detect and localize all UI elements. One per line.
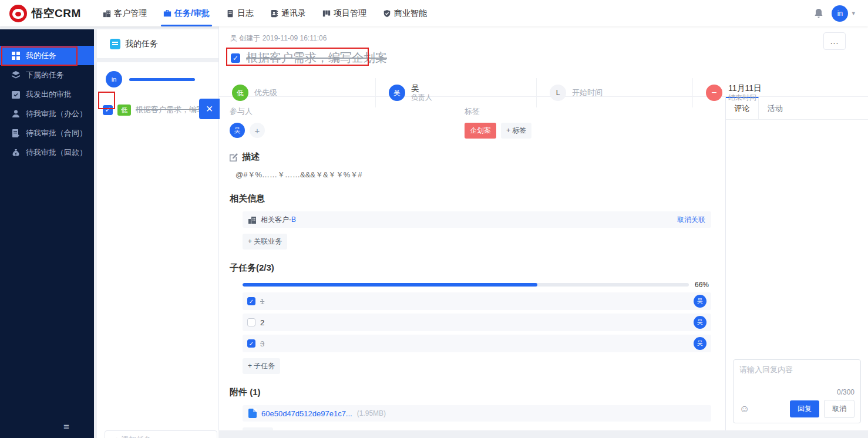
nav-item-label: 日志	[237, 8, 254, 19]
comments-panel: 评论 活动 0/300 ☺ 回复 取消	[725, 97, 868, 430]
sidebar-item-pending-office[interactable]: 待我审批（办公）	[0, 104, 94, 123]
nav-item-contacts[interactable]: 通讯录	[262, 0, 314, 26]
priority-field[interactable]: 低 优先级	[219, 78, 375, 107]
drag-indicator	[129, 78, 195, 81]
task-list-icon	[110, 39, 120, 49]
nav-item-bi[interactable]: 商业智能	[375, 0, 435, 26]
subtask-row[interactable]: ✓ 3 吴	[243, 335, 711, 352]
edit-icon[interactable]	[230, 153, 238, 161]
subtask-row[interactable]: ✓ 1 吴	[243, 292, 711, 310]
detail-lower: 参与人 吴 + 标签 企划案 + 标签	[219, 97, 868, 430]
related-customer-row[interactable]: 相关客户-B 取消关联	[243, 211, 711, 228]
attachment-row[interactable]: 60e50d47d512de97e1c7... (1.95MB)	[243, 405, 711, 422]
nav-menu: 客户管理 任务/审批 日志 通讯录 项目管理 商业智能	[95, 0, 435, 26]
collapse-sidebar-icon[interactable]: ≡	[63, 422, 68, 433]
close-detail-button[interactable]: ×	[199, 99, 220, 119]
list-avatar[interactable]: in	[106, 71, 122, 87]
related-customer-link[interactable]: B	[291, 215, 296, 224]
progress-track	[243, 283, 689, 287]
add-task-button[interactable]: + 添加任务	[105, 430, 217, 438]
subtask-checkbox[interactable]	[247, 318, 255, 326]
subtask-avatar[interactable]: 吴	[694, 295, 706, 308]
sidebar-item-pending-contract[interactable]: 待我审批（合同）	[0, 123, 94, 143]
attachments-header: 附件 (1)	[230, 387, 715, 398]
subtask-avatar[interactable]: 吴	[694, 337, 706, 350]
logo-text: 悟空CRM	[32, 6, 81, 21]
description-header: 描述	[230, 151, 715, 163]
cancel-button[interactable]: 取消	[824, 400, 854, 418]
building-icon	[248, 216, 256, 224]
app-logo[interactable]: 悟空CRM	[9, 5, 95, 22]
tag-item[interactable]: 企划案	[465, 123, 496, 139]
user-avatar[interactable]: in	[832, 5, 848, 22]
participant-avatar[interactable]: 吴	[230, 123, 245, 138]
start-time-field[interactable]: L 开始时间	[536, 78, 692, 107]
participants-tags-row: 参与人 吴 + 标签 企划案 + 标签	[230, 106, 715, 139]
reply-actions: ☺ 回复 取消	[739, 400, 854, 418]
tags-label: 标签	[465, 106, 531, 117]
sidebar-item-my-tasks[interactable]: 我的任务	[0, 46, 94, 65]
task-checkbox[interactable]: ✓	[103, 105, 113, 115]
nav-item-projects[interactable]: 项目管理	[314, 0, 375, 26]
owner-label: 负责人	[411, 93, 432, 102]
attachment-name[interactable]: 60e50d47d512de97e1c7...	[261, 409, 352, 418]
attachment-size: (1.95MB)	[357, 409, 386, 417]
task-list-panel: 我的任务 in ✓ 低 根据客户需求，编写企 + 添加任务	[97, 29, 218, 438]
subtask-checkbox[interactable]: ✓	[247, 339, 255, 348]
more-actions-button[interactable]: ...	[823, 32, 846, 50]
meta-row: 低 优先级 吴 吴 负责人 L 开始时间 − 11月11日 结束时间	[219, 78, 868, 107]
owner-name: 吴	[411, 83, 432, 94]
notification-bell-icon[interactable]	[814, 8, 823, 19]
detail-title[interactable]: 根据客户需求，编写企划案	[246, 50, 387, 66]
nav-item-label: 通讯录	[281, 8, 306, 19]
layers-icon	[12, 71, 20, 79]
customers-icon	[103, 9, 111, 18]
add-participant-button[interactable]: +	[250, 123, 265, 138]
sidebar-item-my-approvals[interactable]: 我发出的审批	[0, 85, 94, 104]
sidebar-item-pending-payment[interactable]: 待我审批（回款）	[0, 143, 94, 162]
reply-input[interactable]	[739, 365, 854, 385]
end-date: 11月11日	[728, 83, 762, 94]
subtask-avatar[interactable]: 吴	[694, 316, 706, 329]
subtasks-title: 子任务(2/3)	[230, 262, 274, 274]
tasks-icon	[163, 9, 171, 18]
detail-title-checkbox[interactable]: ✓	[231, 53, 240, 63]
participants-label: 参与人	[230, 106, 465, 117]
sidebar-item-label: 待我审批（合同）	[26, 128, 87, 139]
description-text[interactable]: @#￥%……￥……&&&￥&￥￥%￥#	[235, 170, 715, 180]
add-subtask-button[interactable]: + 子任务	[243, 358, 280, 374]
unlink-button[interactable]: 取消关联	[677, 215, 705, 225]
related-customer-prefix: 相关客户-	[261, 215, 291, 225]
subtask-row[interactable]: 2 吴	[243, 314, 711, 331]
end-time-field[interactable]: − 11月11日 结束时间	[692, 78, 868, 107]
subtask-label: 3	[260, 339, 264, 348]
priority-badge: 低	[117, 105, 131, 116]
file-icon	[248, 409, 257, 418]
add-attachment-button[interactable]: + 附件	[243, 427, 273, 430]
add-tag-button[interactable]: + 标签	[501, 123, 531, 139]
subtasks-header: 子任务(2/3)	[230, 262, 715, 274]
title-row: ✓ 根据客户需求，编写企划案	[231, 50, 387, 66]
task-list-title: 我的任务	[125, 39, 158, 49]
money-bag-icon	[12, 149, 20, 157]
description-title: 描述	[242, 151, 260, 163]
owner-avatar: 吴	[389, 85, 405, 101]
emoji-icon[interactable]: ☺	[739, 403, 749, 415]
nav-item-log[interactable]: 日志	[218, 0, 262, 26]
nav-item-customers[interactable]: 客户管理	[95, 0, 155, 26]
nav-item-tasks[interactable]: 任务/审批	[155, 0, 218, 26]
add-related-button[interactable]: + 关联业务	[243, 234, 287, 250]
sidebar-item-subordinate-tasks[interactable]: 下属的任务	[0, 65, 94, 85]
projects-icon	[322, 9, 331, 18]
end-time-label: 结束时间	[728, 93, 762, 102]
subtask-checkbox[interactable]: ✓	[247, 297, 255, 305]
reply-button[interactable]: 回复	[790, 400, 819, 417]
owner-field[interactable]: 吴 吴 负责人	[375, 78, 536, 107]
bi-icon	[383, 9, 391, 18]
detail-header: 吴 创建于 2019-11-09 16:11:06 ... ✓ 根据客户需求，编…	[219, 26, 868, 97]
person-icon	[12, 110, 20, 118]
start-time-label: 开始时间	[572, 87, 603, 98]
log-icon	[226, 9, 234, 18]
user-menu[interactable]: in ▾	[832, 5, 855, 22]
participants-list: 吴 +	[230, 123, 465, 138]
